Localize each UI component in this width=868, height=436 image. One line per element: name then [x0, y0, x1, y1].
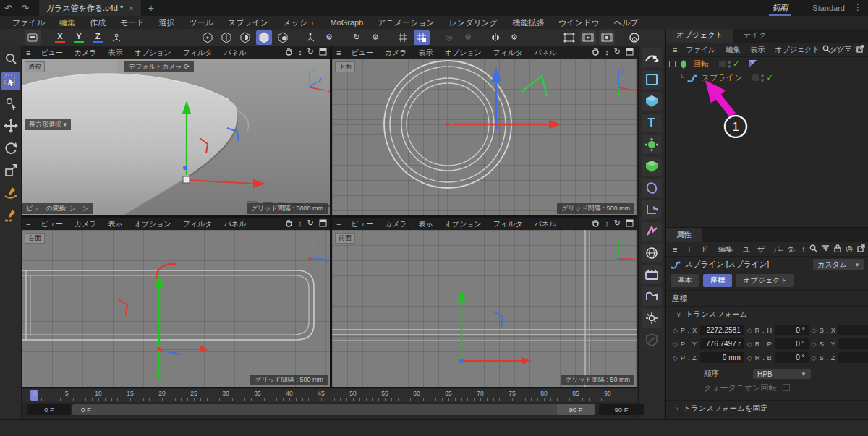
- key-diamond-icon[interactable]: ◇: [746, 341, 753, 348]
- filter-icon[interactable]: [822, 245, 830, 252]
- viewport-menu-item-0[interactable]: ビュー: [35, 220, 68, 228]
- order-dropdown[interactable]: HPB▼: [753, 369, 811, 379]
- viewport-menu-item-1[interactable]: カメラ: [379, 48, 413, 56]
- home-icon[interactable]: ⌂: [835, 44, 840, 53]
- key-diamond-icon[interactable]: ◇: [811, 327, 817, 334]
- close-tab-icon[interactable]: ×: [129, 4, 133, 12]
- render-region-icon[interactable]: [561, 30, 577, 45]
- tab-attributes[interactable]: 属性: [666, 228, 702, 242]
- viewport-menu-item-4[interactable]: フィルタ: [177, 48, 218, 56]
- timeline-ruler[interactable]: 051015202530354045505560657075808590: [22, 389, 637, 402]
- viewport-menu-item-0[interactable]: ビュー: [345, 220, 378, 228]
- generator-icon[interactable]: [642, 135, 662, 154]
- current-frame-field[interactable]: 0 F: [27, 404, 71, 415]
- polygon-mode-icon[interactable]: [237, 30, 253, 45]
- object-manager-menu-item-3[interactable]: オブジェクト: [770, 46, 824, 54]
- pan-hand-icon[interactable]: [592, 48, 600, 56]
- move-tool-icon[interactable]: [1, 116, 20, 135]
- render-view-icon[interactable]: [580, 30, 596, 45]
- viewport-menu-item-1[interactable]: カメラ: [69, 48, 103, 56]
- popout-icon[interactable]: [856, 45, 864, 53]
- menubar-item-9[interactable]: アニメーション: [371, 17, 441, 29]
- maximize-view-icon[interactable]: [626, 48, 634, 56]
- rotate-tool-icon[interactable]: [1, 139, 20, 158]
- viewport-menu-item-5[interactable]: パネル: [218, 220, 252, 228]
- render-settings-icon[interactable]: [599, 30, 615, 45]
- viewport-menu-item-2[interactable]: 表示: [103, 220, 129, 228]
- enabled-check-icon[interactable]: ✓: [733, 59, 739, 69]
- active-tool-badge[interactable]: 長方形選択 ▾: [25, 119, 71, 130]
- tab-coordinates[interactable]: 座標: [703, 274, 732, 287]
- grid-icon[interactable]: [395, 30, 411, 45]
- menubar-item-8[interactable]: MoGraph: [323, 17, 370, 27]
- viewport-menu-item-1[interactable]: カメラ: [379, 220, 413, 228]
- light-icon[interactable]: [642, 309, 662, 328]
- tab-object[interactable]: オブジェクト: [736, 274, 794, 287]
- viewport-menu-item-3[interactable]: オプション: [439, 220, 488, 228]
- layout-tab-standard[interactable]: Standard: [809, 2, 848, 14]
- key-diamond-icon[interactable]: ◇: [746, 354, 753, 362]
- scale-tool-icon[interactable]: [1, 161, 20, 180]
- dolly-icon[interactable]: ↕: [298, 219, 302, 228]
- viewport-menu-item-5[interactable]: パネル: [529, 220, 563, 228]
- viewport-menu-item-5[interactable]: パネル: [529, 48, 563, 56]
- py-field[interactable]: 776.7497 r: [700, 338, 744, 349]
- attribute-menu-item-0[interactable]: モード: [681, 245, 712, 253]
- coordinate-system-icon[interactable]: [109, 30, 124, 45]
- viewport-menu-item-5[interactable]: パネル: [218, 48, 252, 56]
- dolly-icon[interactable]: ↕: [605, 219, 609, 228]
- sy-field[interactable]: [838, 338, 868, 349]
- target-icon[interactable]: ◎: [846, 244, 853, 253]
- camera-badge[interactable]: デフォルトカメラ ⟳: [124, 61, 194, 72]
- dolly-icon[interactable]: ↕: [605, 48, 609, 56]
- menubar-item-7[interactable]: メッシュ: [276, 17, 322, 29]
- axis-y-button[interactable]: Y: [71, 30, 87, 45]
- key-diamond-icon[interactable]: ◇: [746, 327, 753, 334]
- menubar-item-0[interactable]: ファイル: [6, 17, 51, 29]
- layer-dots[interactable]: [728, 61, 731, 68]
- camera-icon[interactable]: [642, 265, 662, 284]
- cube-primitive-icon[interactable]: [642, 92, 662, 111]
- rp-field[interactable]: 0 °: [775, 338, 809, 349]
- key-diamond-icon[interactable]: ◇: [811, 354, 817, 362]
- viewport-menu-icon[interactable]: ≡: [26, 220, 30, 228]
- sz-field[interactable]: [838, 352, 868, 363]
- orbit-icon[interactable]: ↻: [614, 47, 621, 56]
- viewport-menu-item-3[interactable]: オプション: [439, 48, 488, 56]
- search-tool-icon[interactable]: [1, 49, 20, 68]
- pan-hand-icon[interactable]: [285, 48, 293, 56]
- pan-hand-icon[interactable]: [592, 219, 600, 227]
- document-tab[interactable]: ガラス管を作る.c4d * ×: [39, 0, 141, 16]
- quaternion-checkbox[interactable]: [783, 384, 790, 391]
- viewport-front[interactable]: ≡ ビューカメラ表示オプションフィルタパネル ↕ ↻: [332, 218, 637, 387]
- volume-cube-icon[interactable]: [642, 157, 662, 176]
- text-tool-icon[interactable]: T: [642, 114, 662, 132]
- end-frame-field[interactable]: 90 F: [599, 404, 644, 415]
- visibility-toggle[interactable]: [719, 61, 726, 67]
- frame-selected-icon[interactable]: [25, 30, 41, 45]
- deformer-icon[interactable]: [642, 179, 662, 197]
- menubar-item-12[interactable]: ウインドウ: [552, 17, 605, 29]
- stage-icon[interactable]: [642, 287, 662, 306]
- maximize-view-icon[interactable]: [319, 219, 327, 227]
- transform-group-header[interactable]: ∨トランスフォーム: [666, 306, 868, 322]
- object-manager-menu-item-2[interactable]: 表示: [745, 46, 770, 54]
- environment-globe-icon[interactable]: [642, 244, 662, 262]
- lock-icon[interactable]: [834, 244, 841, 252]
- menubar-item-6[interactable]: スプライン: [221, 17, 275, 29]
- panel-menu-icon[interactable]: ≡: [673, 245, 677, 254]
- workplane-gear-icon[interactable]: ⚙: [367, 30, 383, 45]
- freeze-transform-group-header[interactable]: ›トランスフォームを固定: [666, 400, 868, 416]
- menubar-item-5[interactable]: ツール: [183, 17, 221, 29]
- timeline-range-bar[interactable]: 0 F 90 F: [72, 404, 595, 415]
- viewport-right[interactable]: ≡ ビューカメラ表示オプションフィルタパネル ↕ ↻: [22, 218, 330, 387]
- spline-primitive-icon[interactable]: [642, 70, 662, 89]
- tab-basic[interactable]: 基本: [671, 274, 699, 287]
- popout-icon[interactable]: [857, 244, 865, 252]
- object-manager-menu-item-1[interactable]: 編集: [720, 46, 745, 54]
- model-mode-icon[interactable]: [256, 30, 272, 45]
- preset-dropdown[interactable]: カスタム▼: [813, 259, 864, 270]
- viewport-menu-item-4[interactable]: フィルタ: [488, 220, 529, 228]
- viewport-menu-item-2[interactable]: 表示: [413, 48, 439, 56]
- viewport-top-canvas[interactable]: Z Y X 上面 グリッド間隔 : 500 mm: [332, 59, 637, 215]
